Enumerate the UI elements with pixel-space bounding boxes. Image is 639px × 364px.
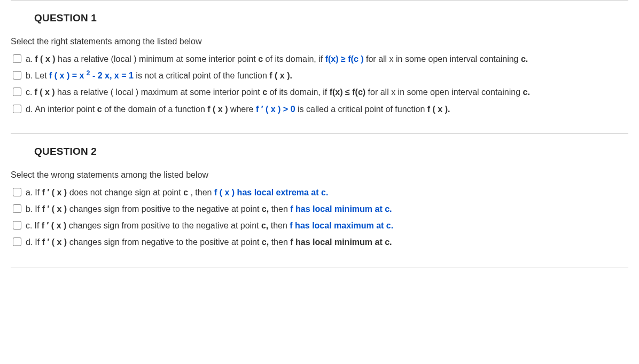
text-run: has a relative (local ) minimum at some … — [56, 54, 259, 64]
text-run: f ( x ). — [269, 71, 292, 80]
text-run: f ( x ) has local extrema at c. — [214, 188, 328, 197]
option-label: d. — [26, 236, 35, 248]
divider — [11, 267, 628, 267]
text-run: c — [262, 88, 267, 97]
question-1-title: QUESTION 1 — [11, 3, 628, 34]
text-run: f ( x ). — [427, 105, 450, 114]
question-2-title: QUESTION 2 — [11, 136, 628, 167]
text-run: f ( x ) = x — [49, 71, 87, 80]
text-run: is not a critical point of the function — [134, 71, 269, 80]
text-run: If — [35, 188, 42, 197]
q1-checkbox-a[interactable] — [13, 54, 21, 63]
option-text: If f ′ ( x ) does not change sign at poi… — [35, 186, 628, 199]
text-run: f ( x ) = x 2 - 2 x, x = 1 — [49, 71, 134, 80]
text-run: changes sign from positive to the negati… — [66, 221, 261, 230]
q1-checkbox-d[interactable] — [13, 105, 21, 113]
q2-checkbox-b[interactable] — [13, 204, 21, 213]
text-run: for all x in some open interval containi… — [365, 88, 523, 97]
option-label: c. — [26, 219, 34, 232]
text-run: then — [269, 238, 290, 247]
text-run: f(x) ≥ f(c ) — [325, 54, 364, 64]
question-2-block: QUESTION 2 Select the wrong statements a… — [11, 133, 628, 251]
text-run: f has local minimum at c. — [290, 204, 392, 213]
text-run: f ′ ( x ) > 0 — [256, 105, 295, 114]
text-run: 2 — [87, 69, 90, 77]
text-run: does not change sign at point — [67, 188, 183, 197]
option-label: b. — [26, 69, 35, 82]
text-run: of its domain, if — [263, 54, 325, 64]
text-run: f ′ ( x ) — [42, 238, 67, 247]
option-text: f ( x ) has a relative (local ) minimum … — [35, 53, 628, 65]
text-run: f(x) ≤ f(c) — [330, 88, 365, 97]
option-text: If f ′ ( x ) changes sign from positive … — [35, 203, 628, 215]
q1-option-d: d. An interior point c of the domain of … — [11, 101, 628, 117]
q2-option-c: c. If f ′ ( x ) changes sign from positi… — [11, 217, 628, 234]
text-run: c — [183, 188, 188, 197]
text-run: , then — [188, 188, 214, 197]
text-run: c. — [521, 54, 528, 64]
text-run: If — [34, 221, 41, 230]
text-run: If — [35, 238, 42, 247]
text-run: Let — [35, 71, 49, 80]
text-run: f ( x ) — [34, 88, 54, 97]
q2-checkbox-a[interactable] — [13, 188, 21, 196]
text-run: An interior point — [35, 105, 97, 114]
q2-option-b: b. If f ′ ( x ) changes sign from positi… — [11, 201, 628, 217]
text-run: c, — [262, 238, 269, 247]
text-run: f ′ ( x ) — [42, 221, 67, 230]
text-run: f has local minimum at c. — [290, 238, 392, 247]
text-run: changes sign from negative to the positi… — [67, 238, 262, 247]
text-run: has a relative ( local ) maximum at some… — [55, 88, 263, 97]
option-text: If f ′ ( x ) changes sign from negative … — [35, 236, 628, 248]
text-run: f ′ ( x ) — [42, 188, 67, 197]
question-2-prompt: Select the wrong statements among the li… — [11, 167, 628, 184]
text-run: for all x in some open interval containi… — [364, 54, 521, 64]
text-run: then — [269, 204, 290, 213]
text-run: changes sign from positive to the negati… — [67, 204, 262, 213]
text-run: f has local maximum at c. — [290, 221, 393, 230]
text-run: If — [35, 204, 42, 213]
text-run: f ( x ) — [207, 105, 228, 114]
option-text: Let f ( x ) = x 2 - 2 x, x = 1 is not a … — [35, 69, 628, 82]
q2-checkbox-c[interactable] — [13, 221, 21, 230]
text-run: f ′ ( x ) — [42, 204, 67, 213]
option-label: a. — [26, 186, 35, 199]
text-run: f ( x ) — [35, 54, 55, 64]
text-run: of its domain, if — [267, 88, 330, 97]
text-run: of the domain of a function — [102, 105, 207, 114]
text-run: c, — [262, 204, 269, 213]
option-text: If f ′ ( x ) changes sign from positive … — [34, 219, 628, 232]
option-text: f ( x ) has a relative ( local ) maximum… — [34, 86, 628, 98]
question-1-prompt: Select the right statements among the li… — [11, 34, 628, 51]
q1-option-b: b. Let f ( x ) = x 2 - 2 x, x = 1 is not… — [11, 67, 628, 84]
q1-option-a: a. f ( x ) has a relative (local ) minim… — [11, 51, 628, 67]
option-text: An interior point c of the domain of a f… — [35, 103, 628, 115]
q1-option-c: c. f ( x ) has a relative ( local ) maxi… — [11, 84, 628, 100]
option-label: b. — [26, 203, 35, 215]
q2-option-d: d. If f ′ ( x ) changes sign from negati… — [11, 234, 628, 250]
text-run: c, — [261, 221, 268, 230]
option-label: a. — [26, 53, 35, 65]
text-run: then — [268, 221, 290, 230]
text-run: where — [228, 105, 255, 114]
text-run: c. — [523, 88, 530, 97]
text-run: - 2 x, x = 1 — [90, 71, 134, 80]
question-1-block: QUESTION 1 Select the right statements a… — [11, 0, 628, 117]
text-run: is called a critical point of function — [295, 105, 427, 114]
q1-checkbox-b[interactable] — [13, 71, 21, 80]
text-run: c — [258, 54, 263, 64]
q2-option-a: a. If f ′ ( x ) does not change sign at … — [11, 184, 628, 201]
option-label: c. — [26, 86, 34, 98]
option-label: d. — [26, 103, 35, 115]
q2-checkbox-d[interactable] — [13, 238, 21, 246]
q1-checkbox-c[interactable] — [13, 88, 21, 96]
text-run: c — [97, 105, 102, 114]
